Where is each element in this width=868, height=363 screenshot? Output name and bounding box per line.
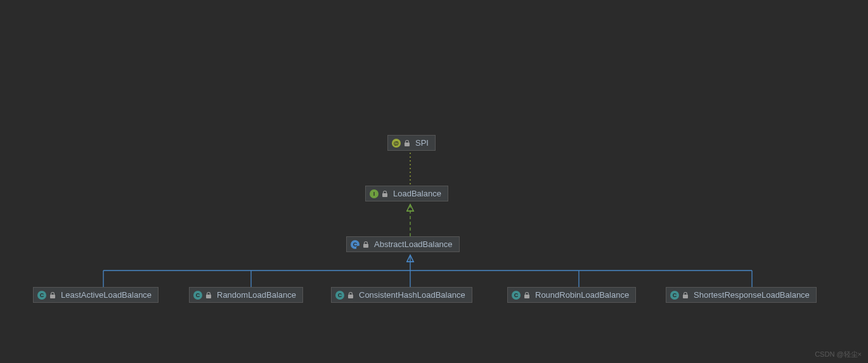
node-label: AbstractLoadBalance (374, 239, 453, 249)
watermark-text: CSDN @轻尘× (815, 350, 862, 359)
class-icon: C (512, 291, 521, 300)
node-label: LoadBalance (393, 189, 441, 198)
node-label: ConsistentHashLoadBalance (359, 290, 465, 300)
diagram-connectors (0, 0, 868, 363)
abstract-class-icon: C (351, 240, 360, 249)
class-node-consistenthash[interactable]: C ConsistentHashLoadBalance (331, 287, 472, 303)
lock-icon (347, 292, 354, 298)
node-label: RoundRobinLoadBalance (535, 290, 629, 300)
class-node-roundrobin[interactable]: C RoundRobinLoadBalance (507, 287, 636, 303)
node-label: LeastActiveLoadBalance (61, 290, 152, 300)
lock-icon (382, 191, 388, 197)
class-node-spi[interactable]: @ SPI (387, 135, 436, 151)
class-icon: C (193, 291, 202, 300)
lock-icon (524, 292, 530, 298)
class-icon: C (335, 291, 344, 300)
node-label: RandomLoadBalance (217, 290, 296, 300)
node-label: SPI (415, 138, 429, 148)
class-node-leastactive[interactable]: C LeastActiveLoadBalance (33, 287, 159, 303)
lock-icon (404, 140, 410, 146)
lock-icon (363, 241, 369, 248)
class-icon: C (670, 291, 679, 300)
class-icon: C (37, 291, 46, 300)
class-node-shortestresponse[interactable]: C ShortestResponseLoadBalance (666, 287, 817, 303)
class-node-loadbalance[interactable]: I LoadBalance (365, 186, 448, 201)
interface-icon: I (370, 189, 379, 198)
class-node-abstractloadbalance[interactable]: C AbstractLoadBalance (346, 236, 460, 252)
lock-icon (205, 292, 212, 298)
lock-icon (682, 292, 689, 298)
annotation-icon: @ (392, 139, 401, 148)
class-node-random[interactable]: C RandomLoadBalance (189, 287, 303, 303)
node-label: ShortestResponseLoadBalance (694, 290, 810, 300)
lock-icon (49, 292, 56, 298)
